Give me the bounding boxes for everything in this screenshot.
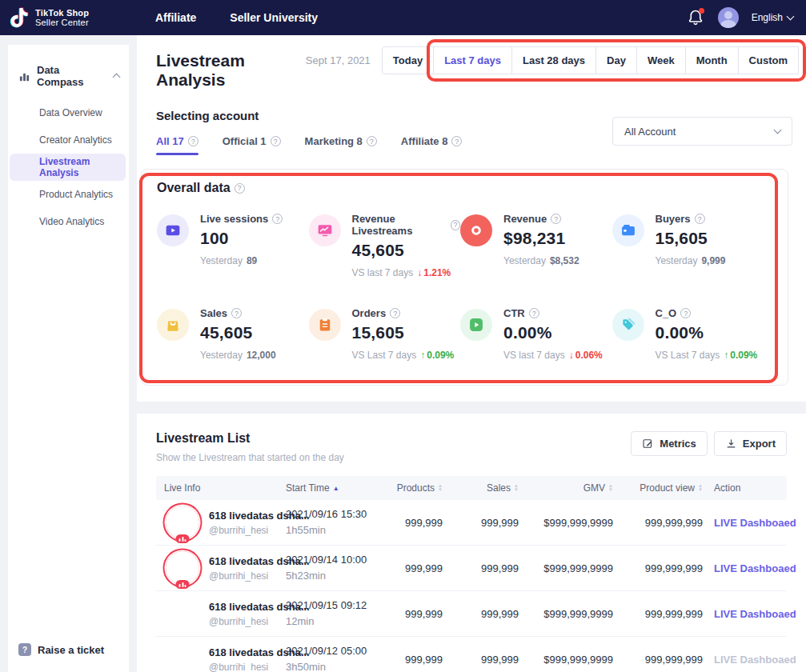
language-selector[interactable]: English <box>752 12 793 23</box>
live-info-cell[interactable]: 618 livedatas dsha...@burrihi_hesi <box>164 597 286 630</box>
products-cell: 999,999 <box>383 654 454 666</box>
sidebar-item-creator-analytics[interactable]: Creator Analytics <box>10 126 126 154</box>
overall-data-card: Overall data? Live sessions? 100 Yesterd… <box>141 169 788 386</box>
help-circle-icon[interactable]: ? <box>272 214 283 224</box>
trend-up-indicator: ↑0.09% <box>420 350 454 361</box>
clipboard-icon <box>309 309 341 341</box>
help-circle-icon[interactable]: ? <box>551 214 561 224</box>
live-dashboard-link-disabled: LIVE Dashboaed <box>714 654 796 666</box>
account-dropdown[interactable]: All Account <box>612 117 792 146</box>
col-sales[interactable]: Sales▲▼ <box>454 482 530 494</box>
sidebar-item-product-analytics[interactable]: Product Analytics <box>10 181 126 208</box>
live-tv-icon <box>157 214 189 246</box>
col-start-time[interactable]: Start Time▲ <box>286 482 383 494</box>
live-stats-badge <box>176 580 190 589</box>
live-info-cell[interactable]: 618 livedatas dsha...@burrihi_hesi <box>164 551 286 585</box>
sidebar-item-livestream-analysis[interactable]: Livestream Analysis <box>10 154 126 181</box>
metric-value: $98,231 <box>503 229 579 248</box>
gmv-cell: $999,999,9999 <box>530 517 624 529</box>
table-row: 618 livedatas dsha...@burrihi_hesi 2021/… <box>156 591 787 637</box>
tab-marketing[interactable]: Marketing 8? <box>305 135 377 155</box>
metric-value: 15,605 <box>656 229 726 248</box>
live-info-cell[interactable]: 618 livedatas dsha...@burrihi_hesi <box>164 506 286 539</box>
main-content: Livestream Analysis Sept 17, 2021 Today … <box>137 35 806 672</box>
metric-value: 0.00% <box>656 323 758 342</box>
wallet-icon <box>612 214 644 246</box>
overall-data-title: Overall data? <box>157 181 788 195</box>
table-header-row: Live Info Start Time▲ Products▲▼ Sales▲▼… <box>156 476 787 500</box>
streamer-avatar <box>166 597 199 630</box>
col-gmv[interactable]: GMV▲▼ <box>530 482 624 494</box>
shopping-bag-icon <box>157 309 189 341</box>
tab-all[interactable]: All 17? <box>156 135 198 155</box>
col-product-view[interactable]: Product view▲▼ <box>624 482 714 494</box>
sales-cell: 999,999 <box>454 608 530 620</box>
help-circle-icon[interactable]: ? <box>529 308 539 318</box>
date-range-buttons: Today Last 7 days Last 28 days Day Week … <box>382 46 799 74</box>
help-circle-icon[interactable]: ? <box>235 183 245 194</box>
gmv-cell: $999,999,9999 <box>530 654 624 666</box>
range-week-button[interactable]: Week <box>636 46 686 74</box>
gmv-cell: $999,999,9999 <box>530 562 624 574</box>
col-live-info: Live Info <box>164 482 286 494</box>
help-circle-icon[interactable]: ? <box>451 220 460 230</box>
range-last7days-button[interactable]: Last 7 days <box>433 46 512 74</box>
logo-text: TikTok Shop Seller Center <box>35 8 89 27</box>
start-time-cell: 2021/09/12 05:003h50min <box>286 646 383 672</box>
bar-chart-icon <box>18 70 30 82</box>
product-view-cell: 999,999,999 <box>624 562 714 574</box>
help-circle-icon[interactable]: ? <box>680 308 691 318</box>
tiktok-logo[interactable]: TikTok Shop Seller Center <box>0 7 128 28</box>
chevron-down-icon <box>787 13 795 21</box>
help-circle-icon[interactable]: ? <box>390 308 400 318</box>
nav-seller-university[interactable]: Seller University <box>230 11 318 24</box>
help-circle-icon[interactable]: ? <box>231 308 242 318</box>
sidebar: Data Compass Data Overview Creator Analy… <box>8 45 129 672</box>
range-today-button[interactable]: Today <box>382 46 434 74</box>
app-root: TikTok Shop Seller Center Affiliate Sell… <box>0 0 806 672</box>
livestream-list-card: Livestream List Show the Livestream that… <box>137 414 806 672</box>
date-range-cluster: Sept 17, 2021 Today Last 7 days Last 28 … <box>306 46 799 74</box>
trend-up-indicator: ↑0.09% <box>724 350 757 361</box>
start-time-cell: 2021/09/14 10:005h23min <box>286 554 383 582</box>
live-dashboard-link[interactable]: LIVE Dashboaed <box>714 517 796 529</box>
current-date: Sept 17, 2021 <box>306 54 371 66</box>
range-custom-button[interactable]: Custom <box>738 46 799 74</box>
livestream-table: Live Info Start Time▲ Products▲▼ Sales▲▼… <box>156 476 787 672</box>
livestream-list-subtitle: Show the Livestream that started on the … <box>156 452 344 463</box>
range-last28days-button[interactable]: Last 28 days <box>511 46 596 74</box>
metrics-button[interactable]: Metrics <box>631 431 708 456</box>
raise-ticket-button[interactable]: ? Raise a ticket <box>8 643 129 672</box>
export-button[interactable]: Export <box>714 431 787 456</box>
live-info-cell[interactable]: 618 livedatas dsha...@burrihi_hesi <box>164 642 286 672</box>
nav-affiliate[interactable]: Affiliate <box>155 11 196 24</box>
sidebar-group-label: Data Compass <box>37 64 107 88</box>
gmv-cell: $999,999,9999 <box>530 608 624 620</box>
sidebar-group-data-compass[interactable]: Data Compass <box>8 64 129 99</box>
sort-asc-icon: ▲ <box>333 485 339 492</box>
products-cell: 999,999 <box>383 562 454 574</box>
help-circle-icon: ? <box>451 136 462 146</box>
range-month-button[interactable]: Month <box>685 46 739 74</box>
help-circle-icon[interactable]: ? <box>695 214 705 224</box>
sales-cell: 999,999 <box>454 517 530 529</box>
col-products[interactable]: Products▲▼ <box>383 482 454 494</box>
streamer-avatar-live <box>166 506 199 539</box>
tab-affiliate[interactable]: Affiliate 8? <box>401 135 463 155</box>
chevron-up-icon <box>113 74 121 82</box>
metric-co: C_O? 0.00% VS Last 7 days↑0.09% <box>612 307 764 361</box>
metric-revenue-livestreams: Revenue Livestreams? 45,605 VS last 7 da… <box>309 213 461 278</box>
trend-down-indicator: ↓0.06% <box>569 350 603 361</box>
sidebar-item-data-overview[interactable]: Data Overview <box>10 99 126 126</box>
metric-value: 15,605 <box>352 323 455 342</box>
user-avatar[interactable] <box>718 7 739 28</box>
sidebar-item-video-analytics[interactable]: Video Analytics <box>10 208 126 235</box>
live-dashboard-link[interactable]: LIVE Dashboaed <box>714 608 796 620</box>
start-time-cell: 2021/09/15 09:1212min <box>286 600 383 628</box>
product-view-cell: 999,999,999 <box>624 517 714 529</box>
live-dashboard-link[interactable]: LIVE Dashboaed <box>714 562 796 574</box>
notification-bell-icon[interactable] <box>686 8 705 27</box>
tab-official[interactable]: Official 1? <box>223 135 281 155</box>
range-day-button[interactable]: Day <box>595 46 637 74</box>
help-circle-icon: ? <box>188 136 198 146</box>
